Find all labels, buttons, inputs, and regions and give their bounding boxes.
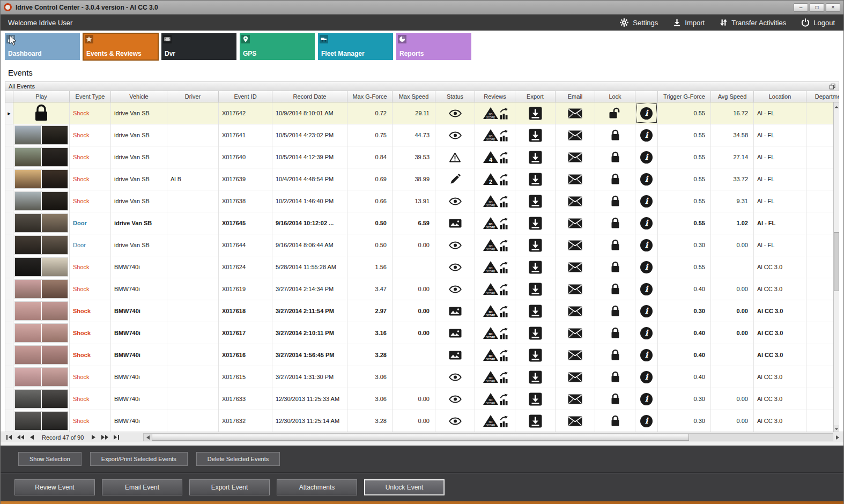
info-icon[interactable]: i <box>640 151 653 164</box>
play-cell[interactable] <box>13 278 70 300</box>
info-icon[interactable]: i <box>640 393 653 405</box>
export-cell[interactable] <box>515 212 556 234</box>
play-cell[interactable] <box>13 234 70 256</box>
lock-closed-icon[interactable] <box>610 283 620 295</box>
snapshot-image-icon[interactable] <box>449 351 462 360</box>
export-cell[interactable] <box>515 168 556 190</box>
tab-gps[interactable]: GPS <box>240 33 315 60</box>
email-envelope-icon[interactable] <box>568 240 582 250</box>
reviews-cell[interactable]: NOSCORE <box>475 344 515 366</box>
email-envelope-icon[interactable] <box>568 130 582 140</box>
email-envelope-icon[interactable] <box>568 174 582 184</box>
info-icon[interactable]: i <box>640 217 653 229</box>
status-cell[interactable] <box>435 344 475 366</box>
email-envelope-icon[interactable] <box>568 328 582 338</box>
info-cell[interactable]: i <box>635 256 658 278</box>
column-header-reviews[interactable]: Reviews <box>475 91 515 102</box>
event-video-thumbnail[interactable] <box>14 389 68 409</box>
event-video-thumbnail[interactable] <box>14 235 68 255</box>
column-header-lock[interactable]: Lock <box>595 91 635 102</box>
column-header-avg-speed[interactable]: Avg Speed <box>711 91 754 102</box>
export-download-icon[interactable] <box>529 239 542 252</box>
lock-cell[interactable] <box>595 410 635 432</box>
email-cell[interactable] <box>556 366 595 388</box>
export-cell[interactable] <box>515 366 556 388</box>
prev-record-button[interactable] <box>27 434 36 441</box>
export-cell[interactable] <box>515 410 556 432</box>
event-video-thumbnail[interactable] <box>14 125 68 145</box>
info-icon[interactable]: i <box>640 129 653 142</box>
table-row[interactable]: Shock BMW740i X017616 3/27/2014 1:56:45 … <box>5 344 839 366</box>
table-row[interactable]: Shock idrive Van SB Al B X017639 10/4/20… <box>5 168 839 190</box>
export-cell[interactable] <box>515 124 556 146</box>
horizontal-scrollbar[interactable] <box>143 433 833 441</box>
close-button[interactable]: × <box>826 3 840 12</box>
status-cell[interactable] <box>435 102 475 124</box>
pencil-edit-icon[interactable] <box>450 174 461 184</box>
play-cell[interactable] <box>13 102 70 124</box>
column-header-info[interactable] <box>635 91 658 102</box>
event-video-thumbnail[interactable] <box>14 367 68 387</box>
eye-icon[interactable] <box>449 395 462 403</box>
export-cell[interactable] <box>515 322 556 344</box>
reviews-cell[interactable]: NOSCORE <box>475 410 515 432</box>
lock-cell[interactable] <box>595 146 635 168</box>
email-envelope-icon[interactable] <box>568 416 582 426</box>
review-score-badge[interactable]: NOSCORE <box>483 392 508 405</box>
info-icon[interactable]: i <box>640 305 653 317</box>
email-cell[interactable] <box>556 190 595 212</box>
table-row[interactable]: Shock idrive Van SB X017638 10/2/2014 1:… <box>5 190 839 212</box>
table-row[interactable]: Shock BMW740i X017624 5/28/2014 11:55:28… <box>5 256 839 278</box>
review-score-badge[interactable]: NOSCORE <box>483 195 508 207</box>
email-cell[interactable] <box>556 344 595 366</box>
scroll-left-arrow-icon[interactable] <box>144 434 152 441</box>
play-cell[interactable] <box>13 212 70 234</box>
reviews-cell[interactable]: NOSCORE <box>475 124 515 146</box>
eye-icon[interactable] <box>449 109 462 117</box>
lock-cell[interactable] <box>595 212 635 234</box>
email-cell[interactable] <box>556 278 595 300</box>
export-cell[interactable] <box>515 300 556 322</box>
reviews-cell[interactable]: NOSCORE <box>475 234 515 256</box>
email-envelope-icon[interactable] <box>568 394 582 404</box>
play-cell[interactable] <box>13 190 70 212</box>
vertical-scroll-thumb[interactable] <box>834 232 839 291</box>
table-row[interactable]: Shock BMW740i X017618 3/27/2014 2:11:54 … <box>5 300 839 322</box>
status-cell[interactable] <box>435 234 475 256</box>
table-row[interactable]: Shock BMW740i X017617 3/27/2014 2:10:11 … <box>5 322 839 344</box>
review-score-badge[interactable]: NOSCORE <box>483 217 508 229</box>
event-video-thumbnail[interactable] <box>14 257 68 277</box>
tab-reports[interactable]: Reports <box>396 33 471 60</box>
minimize-button[interactable]: – <box>794 3 808 12</box>
next-record-button[interactable] <box>89 434 98 441</box>
status-cell[interactable] <box>435 212 475 234</box>
settings-button[interactable]: Settings <box>619 18 658 27</box>
email-cell[interactable] <box>556 234 595 256</box>
status-cell[interactable] <box>435 146 475 168</box>
lock-closed-icon[interactable] <box>610 173 620 186</box>
info-cell[interactable]: i <box>635 366 658 388</box>
export-download-icon[interactable] <box>529 261 542 274</box>
export-download-icon[interactable] <box>529 414 542 428</box>
status-cell[interactable] <box>435 300 475 322</box>
email-cell[interactable] <box>556 410 595 432</box>
review-score-badge[interactable]: NOSCORE <box>483 283 508 295</box>
eye-icon[interactable] <box>449 417 462 425</box>
reviews-cell[interactable]: NOSCORE <box>475 322 515 344</box>
status-cell[interactable] <box>435 190 475 212</box>
email-cell[interactable] <box>556 146 595 168</box>
event-video-thumbnail[interactable] <box>14 345 68 365</box>
table-row[interactable]: Door idrive Van SB X017645 9/16/2014 10:… <box>5 212 839 234</box>
lock-cell[interactable] <box>595 168 635 190</box>
scroll-up-arrow-icon[interactable] <box>834 102 839 109</box>
lock-closed-icon[interactable] <box>610 151 620 164</box>
reviews-cell[interactable]: 2 <box>475 168 515 190</box>
import-button[interactable]: Import <box>673 18 705 27</box>
snapshot-image-icon[interactable] <box>449 329 462 338</box>
column-header-record-date[interactable]: Record Date <box>272 91 347 102</box>
reviews-cell[interactable]: NOSCORE <box>475 278 515 300</box>
event-video-thumbnail[interactable] <box>14 411 68 431</box>
lock-closed-icon[interactable] <box>610 371 620 383</box>
reviews-cell[interactable]: 4 <box>475 146 515 168</box>
vertical-scrollbar[interactable] <box>833 102 839 432</box>
